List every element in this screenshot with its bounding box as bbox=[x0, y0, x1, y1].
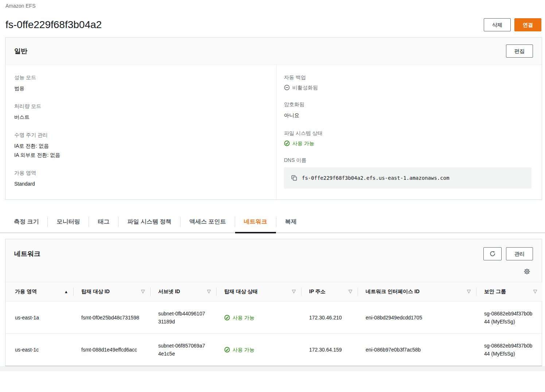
throughput-mode-field: 처리량 모드 버스트 bbox=[14, 103, 268, 122]
available-circle-check-icon bbox=[224, 315, 230, 321]
mount-targets-table: 가용 영역 ▲ 탑재 대상 ID ▽ 서브넷 ID ▽ bbox=[5, 282, 542, 366]
page-actions: 삭제 연결 bbox=[484, 18, 541, 31]
general-left-column: 성능 모드 범용 처리량 모드 버스트 수명 주기 관리 IA로 전환: 없음 … bbox=[5, 65, 276, 199]
availability-zone-value: Standard bbox=[14, 179, 268, 189]
cell-state: 사용 가능 bbox=[216, 302, 301, 334]
tab-access-points[interactable]: 액세스 포인트 bbox=[180, 213, 234, 233]
page-title: fs-0ffe229f68f3b04a2 bbox=[5, 19, 102, 31]
tab-metered-size[interactable]: 측정 크기 bbox=[5, 213, 47, 233]
column-label: 서브넷 ID bbox=[158, 288, 180, 295]
network-actions: 관리 bbox=[483, 247, 533, 260]
column-label: 탑재 대상 ID bbox=[81, 288, 110, 295]
sort-ascending-icon: ▲ bbox=[64, 290, 68, 294]
column-header-subnet-id[interactable]: 서브넷 ID ▽ bbox=[150, 282, 216, 302]
column-header-ip-address[interactable]: IP 주소 ▽ bbox=[301, 282, 358, 302]
state-text: 사용 가능 bbox=[233, 314, 254, 321]
cell-subnet-id: subnet-06f857069a74e1c5e bbox=[150, 334, 216, 366]
cell-subnet-id: subnet-0fb4409610731189d bbox=[150, 302, 216, 334]
filter-icon: ▽ bbox=[207, 289, 211, 295]
tab-network[interactable]: 네트워크 bbox=[235, 213, 276, 233]
performance-mode-field: 성능 모드 범용 bbox=[14, 74, 268, 93]
dns-label: DNS 이름 bbox=[284, 157, 532, 164]
column-header-mount-target-id[interactable]: 탑재 대상 ID ▽ bbox=[73, 282, 150, 302]
cell-security-group: sg-08682eb94f37b0b44 (MyEfsSg) bbox=[476, 334, 542, 366]
refresh-icon bbox=[490, 251, 495, 257]
performance-mode-value: 범용 bbox=[14, 84, 268, 93]
tab-replication[interactable]: 복제 bbox=[276, 213, 305, 233]
availability-zone-label: 가용 영역 bbox=[14, 170, 268, 176]
mount-target-row-us-east-1c: us-east-1c fsmt-088d1e49effcd6acc subnet… bbox=[5, 334, 542, 366]
tab-tags[interactable]: 태그 bbox=[89, 213, 118, 233]
column-header-security-group[interactable]: 보안 그룹 ▽ bbox=[476, 282, 542, 302]
fs-state-value: 사용 가능 bbox=[292, 140, 314, 147]
breadcrumb: Amazon EFS bbox=[0, 0, 545, 9]
general-panel-body: 성능 모드 범용 처리량 모드 버스트 수명 주기 관리 IA로 전환: 없음 … bbox=[5, 65, 542, 199]
performance-mode-label: 성능 모드 bbox=[14, 74, 268, 81]
cell-ip: 172.30.64.159 bbox=[301, 334, 358, 366]
cell-state: 사용 가능 bbox=[216, 334, 301, 366]
tab-monitoring[interactable]: 모니터링 bbox=[48, 213, 89, 233]
availability-zone-field: 가용 영역 Standard bbox=[14, 170, 268, 189]
throughput-mode-value: 버스트 bbox=[14, 113, 268, 122]
page-bottom-gap bbox=[0, 366, 545, 371]
column-header-network-interface-id[interactable]: 네트워크 인터페이스 ID ▽ bbox=[358, 282, 476, 302]
cell-az: us-east-1a bbox=[5, 302, 73, 334]
cell-security-group: sg-08682eb94f37b0b44 (MyEfsSg) bbox=[476, 302, 542, 334]
column-header-availability-zone[interactable]: 가용 영역 ▲ bbox=[5, 282, 73, 302]
encrypted-value: 아니요 bbox=[284, 111, 532, 120]
cell-eni: eni-08bd2949edcdd1705 bbox=[358, 302, 476, 334]
filter-icon: ▽ bbox=[348, 289, 353, 295]
filter-icon: ▽ bbox=[467, 289, 471, 295]
general-panel-title: 일반 bbox=[14, 47, 27, 55]
tab-file-system-policy[interactable]: 파일 시스템 정책 bbox=[118, 213, 180, 233]
connect-button[interactable]: 연결 bbox=[514, 18, 541, 31]
general-panel: 일반 편집 성능 모드 범용 처리량 모드 버스트 수명 주기 관리 IA로 전… bbox=[5, 37, 542, 200]
mount-target-row-us-east-1a: us-east-1a fsmt-0f0e25bd48c731598 subnet… bbox=[5, 302, 542, 334]
lifecycle-value-out-of-ia: IA 외부로 전환: 없음 bbox=[14, 151, 268, 160]
page-header: fs-0ffe229f68f3b04a2 삭제 연결 bbox=[0, 9, 545, 31]
refresh-button[interactable] bbox=[483, 247, 502, 260]
copy-icon[interactable] bbox=[291, 175, 297, 181]
cell-mount-target-id: fsmt-0f0e25bd48c731598 bbox=[73, 302, 150, 334]
filter-icon: ▽ bbox=[533, 289, 537, 295]
lifecycle-label: 수명 주기 관리 bbox=[14, 132, 268, 139]
available-circle-check-icon bbox=[284, 140, 290, 146]
network-panel-title: 네트워크 bbox=[14, 249, 40, 258]
column-label: 가용 영역 bbox=[15, 288, 37, 295]
dns-field: DNS 이름 fs-0ffe229f68f3b04a2.efs.us-east-… bbox=[284, 157, 532, 189]
fs-state-status: 사용 가능 bbox=[284, 140, 532, 147]
cell-mount-target-id: fsmt-088d1e49effcd6acc bbox=[73, 334, 150, 366]
state-text: 사용 가능 bbox=[233, 346, 254, 353]
dns-box: fs-0ffe229f68f3b04a2.efs.us-east-1.amazo… bbox=[284, 167, 532, 189]
column-label: IP 주소 bbox=[309, 288, 326, 295]
general-right-column: 자동 백업 비활성화됨 암호화됨 아니요 파일 시스템 상태 bbox=[276, 65, 542, 199]
disabled-circle-minus-icon bbox=[284, 85, 290, 90]
cell-eni: eni-086b97e0b3f7ac58b bbox=[358, 334, 476, 366]
delete-button[interactable]: 삭제 bbox=[484, 18, 511, 31]
lifecycle-field: 수명 주기 관리 IA로 전환: 없음 IA 외부로 전환: 없음 bbox=[14, 132, 268, 160]
filter-icon: ▽ bbox=[141, 289, 145, 295]
edit-button[interactable]: 편집 bbox=[506, 44, 533, 58]
throughput-mode-label: 처리량 모드 bbox=[14, 103, 268, 110]
breadcrumb-amazon-efs[interactable]: Amazon EFS bbox=[5, 3, 35, 9]
encrypted-field: 암호화됨 아니요 bbox=[284, 101, 532, 120]
dns-value: fs-0ffe229f68f3b04a2.efs.us-east-1.amazo… bbox=[302, 175, 449, 181]
encrypted-label: 암호화됨 bbox=[284, 101, 532, 108]
column-header-mount-target-state[interactable]: 탑재 대상 상태 ▽ bbox=[216, 282, 301, 302]
auto-backup-label: 자동 백업 bbox=[284, 74, 532, 81]
gear-icon[interactable] bbox=[524, 268, 530, 275]
auto-backup-value: 비활성화됨 bbox=[292, 84, 318, 91]
fs-state-label: 파일 시스템 상태 bbox=[284, 130, 532, 137]
available-circle-check-icon bbox=[224, 347, 230, 353]
column-label: 탑재 대상 상태 bbox=[224, 288, 258, 295]
network-panel: 네트워크 관리 bbox=[5, 239, 542, 366]
fs-state-field: 파일 시스템 상태 사용 가능 bbox=[284, 130, 532, 147]
filter-icon: ▽ bbox=[292, 289, 296, 295]
column-label: 보안 그룹 bbox=[484, 288, 506, 295]
table-header-row: 가용 영역 ▲ 탑재 대상 ID ▽ 서브넷 ID ▽ bbox=[5, 282, 542, 302]
manage-button[interactable]: 관리 bbox=[506, 247, 533, 260]
column-label: 네트워크 인터페이스 ID bbox=[366, 288, 420, 295]
auto-backup-status: 비활성화됨 bbox=[284, 84, 532, 91]
lifecycle-value-into-ia: IA로 전환: 없음 bbox=[14, 141, 268, 151]
auto-backup-field: 자동 백업 비활성화됨 bbox=[284, 74, 532, 91]
